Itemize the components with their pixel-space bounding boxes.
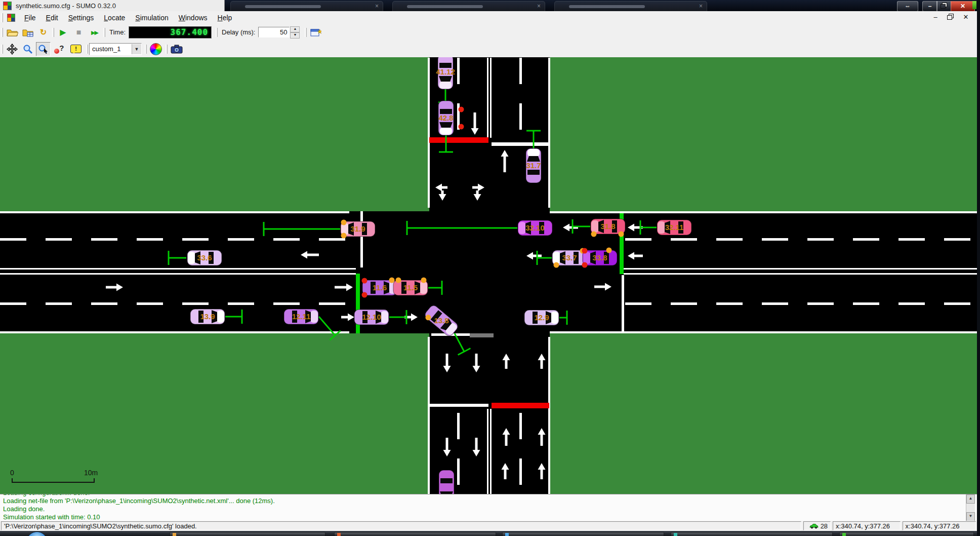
recenter-view-button[interactable] — [5, 42, 19, 56]
zoom-select-button[interactable] — [36, 42, 51, 56]
toolbar-grip[interactable] — [1, 45, 3, 54]
vehicle-label: 12.9 — [534, 313, 549, 322]
blinker-light — [459, 124, 464, 130]
lane-arrow — [476, 190, 479, 195]
zoom-button[interactable] — [20, 42, 35, 56]
reload-button[interactable]: ↻ — [36, 25, 51, 40]
lane-line — [428, 58, 430, 208]
toolbar-grip[interactable] — [86, 45, 88, 54]
menu-file[interactable]: File — [19, 12, 41, 23]
mdi-minimize-button[interactable]: – — [929, 13, 942, 22]
simulation-view[interactable]: 41.1242.831.731.933.632.1031.832.1133.73… — [0, 57, 977, 494]
blinker-light — [582, 262, 588, 268]
delay-spin-up[interactable]: ▲ — [290, 26, 300, 32]
locate-button[interactable]: ? — [52, 42, 66, 56]
chevron-down-icon[interactable]: ▼ — [132, 44, 141, 54]
log-scrollbar[interactable]: ▲ ▼ — [966, 494, 975, 521]
step-button[interactable]: ▶▶ — [87, 25, 102, 40]
lane-arrow — [505, 360, 508, 369]
taskbar-button[interactable] — [170, 532, 325, 536]
window-close-button[interactable]: ✕ — [951, 1, 975, 12]
menu-windows[interactable]: Windows — [174, 12, 213, 23]
vehicle-windshield — [310, 311, 318, 323]
edit-coloring-button[interactable] — [148, 42, 163, 56]
scroll-down-icon[interactable]: ▼ — [966, 512, 975, 521]
lane-dash — [319, 238, 345, 241]
lane-arrow — [441, 190, 444, 195]
locate-icon — [54, 49, 59, 54]
simulation-canvas[interactable]: 41.1242.831.731.933.632.1031.832.1133.73… — [0, 57, 977, 494]
toolbar-grip[interactable] — [305, 28, 307, 37]
toolbar-grip[interactable] — [1, 13, 3, 22]
blinker-light — [459, 107, 464, 112]
menu-edit[interactable]: Edit — [41, 12, 63, 23]
vehicle-windshield — [440, 127, 452, 135]
taskbar-button[interactable] — [334, 532, 496, 536]
play-icon: ▶ — [60, 28, 66, 36]
lane-dash — [519, 458, 522, 485]
menu-simulation[interactable]: Simulation — [130, 12, 173, 23]
vehicle-label: 12.10 — [362, 313, 381, 321]
vehicle[interactable] — [439, 470, 454, 494]
message-window-button[interactable]: ! — [67, 42, 85, 56]
vehicle-icon — [809, 523, 819, 529]
lane-line — [428, 337, 430, 494]
lane-dash — [899, 238, 925, 241]
browser-tab[interactable]: × — [230, 1, 383, 12]
tab-title-placeholder — [569, 5, 645, 8]
app-icon — [674, 533, 677, 536]
menu-help[interactable]: Help — [213, 12, 237, 23]
lane-dash — [319, 302, 345, 305]
lane-line — [360, 211, 363, 267]
lane-line — [624, 268, 977, 270]
scroll-up-icon[interactable]: ▲ — [966, 494, 975, 504]
open-config-button[interactable] — [5, 25, 19, 40]
color-wheel-icon — [150, 43, 162, 55]
stop-button[interactable]: ■ — [71, 25, 86, 40]
window-resize-button[interactable]: ⇔ — [897, 1, 918, 12]
lane-arrow — [341, 316, 348, 319]
tab-title-placeholder — [407, 5, 483, 8]
menu-settings[interactable]: Settings — [63, 12, 99, 23]
mdi-restore-button[interactable] — [945, 13, 957, 22]
vehicle-windshield — [381, 311, 388, 323]
sumo-title-bar[interactable]: synthetic.sumo.cfg - SUMO 0.32.0 — [0, 0, 225, 11]
delay-input[interactable]: 50 — [258, 27, 290, 37]
message-log-panel: Loading configuration... done. Loading n… — [0, 494, 977, 521]
taskbar-button[interactable] — [502, 532, 664, 536]
view-toolbar: ? ! custom_1 ▼ — [0, 41, 977, 58]
tab-close-icon[interactable]: × — [699, 3, 703, 10]
mdi-close-button[interactable]: ✕ — [960, 13, 972, 22]
toolbar-grip[interactable] — [1, 28, 3, 37]
open-network-button[interactable] — [20, 25, 35, 40]
window-minimize-button[interactable]: – — [922, 1, 937, 12]
tab-close-icon[interactable]: × — [537, 3, 541, 10]
tab-close-icon[interactable]: × — [375, 3, 379, 10]
menu-locate[interactable]: Locate — [99, 12, 130, 23]
toolbar-grip[interactable] — [166, 45, 168, 54]
browser-tab[interactable]: × — [554, 1, 707, 12]
browser-tab[interactable]: × — [392, 1, 545, 12]
lane-dash — [228, 238, 254, 241]
lane-dash — [625, 302, 651, 305]
taskbar-button[interactable] — [671, 532, 833, 536]
run-button[interactable]: ▶ — [56, 25, 70, 40]
toolbar-grip[interactable] — [145, 45, 147, 54]
notification-icon — [972, 1, 976, 9]
window-title: synthetic.sumo.cfg - SUMO 0.32.0 — [16, 2, 116, 10]
toolbar-grip[interactable] — [103, 28, 105, 37]
vehicle-windshield — [527, 149, 540, 157]
delay-spin-down[interactable]: ▼ — [290, 32, 300, 39]
toolbar-grip[interactable] — [52, 28, 54, 37]
mdi-window-icon[interactable] — [7, 14, 15, 22]
taskbar-button[interactable] — [839, 532, 974, 536]
new-view-button[interactable]: ★ — [308, 25, 323, 40]
screenshot-button[interactable] — [169, 42, 184, 56]
toolbar-grip[interactable] — [216, 28, 218, 37]
traffic-light-red-bar — [429, 137, 488, 143]
lane-line — [550, 211, 977, 213]
window-restore-button[interactable] — [936, 1, 952, 12]
vehicle-windshield — [658, 221, 665, 234]
coloring-scheme-dropdown[interactable]: custom_1 ▼ — [89, 43, 142, 55]
vehicle-label: 31.7 — [526, 161, 541, 170]
